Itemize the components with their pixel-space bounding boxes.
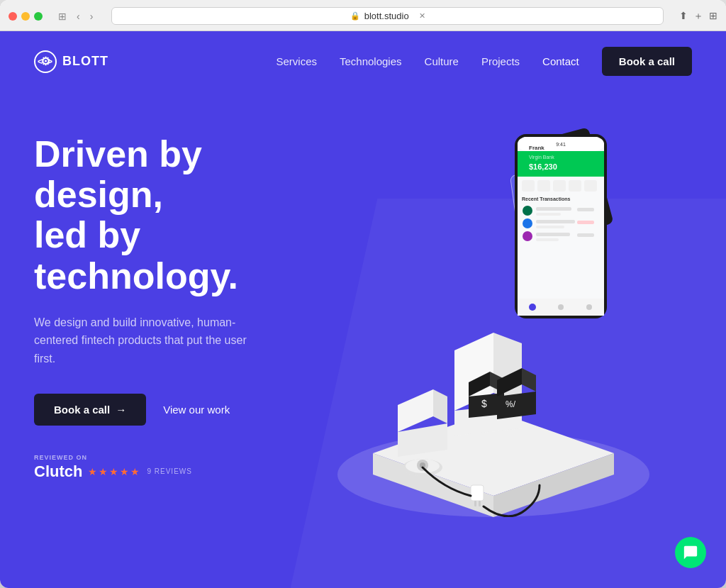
clutch-reviewed-on: REVIEWED ON [34, 454, 323, 461]
logo: ⚙ BLOTT [34, 50, 108, 73]
hero-cta-label: Book a call [54, 404, 110, 416]
logo-symbol: ⚙ [40, 55, 51, 68]
clutch-section: REVIEWED ON Clutch ★ ★ ★ ★ ★ 9 REVIEWS [34, 454, 323, 481]
star-2: ★ [99, 466, 108, 477]
nav-links: Services Technologies Culture Projects C… [276, 47, 692, 76]
maximize-button[interactable] [34, 12, 43, 21]
clutch-stars: ★ ★ ★ ★ ★ [88, 466, 140, 477]
back-button[interactable]: ‹ [74, 9, 83, 23]
star-5: ★ [130, 466, 140, 477]
svg-rect-35 [536, 213, 561, 216]
clutch-name: Clutch [34, 462, 82, 481]
address-bar[interactable]: 🔒 blott.studio ✕ [111, 7, 664, 25]
svg-text:Frank: Frank [529, 145, 544, 151]
hero-section: Driven by design, led by technology. We … [0, 91, 726, 503]
svg-text:Virgin Bank: Virgin Bank [529, 155, 554, 160]
svg-point-37 [523, 218, 532, 228]
svg-rect-61 [471, 485, 484, 501]
svg-text:Recent Transactions: Recent Transactions [522, 196, 571, 201]
arrow-icon: → [116, 404, 126, 416]
svg-rect-38 [536, 220, 575, 223]
svg-marker-4 [398, 389, 433, 432]
nav-culture[interactable]: Culture [425, 55, 459, 67]
chat-bubble-button[interactable] [675, 537, 706, 568]
grid-icon[interactable]: ⊞ [709, 10, 717, 23]
hero-description: We design and build innovative, human-ce… [34, 314, 247, 368]
svg-rect-44 [577, 233, 594, 237]
lock-icon: 🔒 [350, 11, 360, 21]
forward-button[interactable]: › [87, 9, 96, 23]
browser-titlebar: ⊞ ‹ › 🔒 blott.studio ✕ ⬆ ＋ ⊞ [9, 7, 717, 25]
svg-marker-5 [433, 389, 447, 423]
hero-book-call-button[interactable]: Book a call → [34, 394, 146, 426]
sidebar-toggle-button[interactable]: ⊞ [55, 9, 69, 23]
svg-rect-29 [553, 180, 566, 192]
browser-action-buttons: ⬆ ＋ ⊞ [679, 10, 717, 23]
star-4: ★ [120, 466, 129, 477]
hero-title-line1: Driven by design, [34, 133, 202, 215]
browser-chrome: ⊞ ‹ › 🔒 blott.studio ✕ ⬆ ＋ ⊞ [0, 0, 726, 31]
svg-rect-42 [536, 233, 570, 236]
svg-rect-39 [536, 226, 564, 228]
svg-text:$16,230: $16,230 [529, 162, 557, 171]
clutch-reviews-count: 9 REVIEWS [147, 467, 191, 475]
svg-rect-62 [474, 501, 476, 506]
svg-text:9:41: 9:41 [556, 142, 566, 147]
nav-book-call-button[interactable]: Book a call [602, 47, 692, 76]
hero-title-line2: led by technology. [34, 214, 238, 296]
hero-illustration-svg: 9:41 Virgin Bank $16,230 Frank [309, 106, 706, 517]
svg-text:$: $ [481, 398, 487, 409]
minimize-button[interactable] [21, 12, 30, 21]
svg-point-41 [523, 231, 532, 241]
chat-icon [683, 545, 698, 560]
close-button[interactable] [9, 12, 17, 21]
star-3: ★ [109, 466, 118, 477]
svg-point-48 [586, 304, 592, 310]
hero-illustration: 9:41 Virgin Bank $16,230 Frank [323, 106, 692, 503]
hero-view-work-button[interactable]: View our work [163, 404, 230, 416]
hero-title: Driven by design, led by technology. [34, 134, 323, 296]
nav-services[interactable]: Services [276, 55, 317, 67]
logo-text: BLOTT [62, 54, 108, 69]
svg-rect-28 [537, 180, 550, 192]
browser-controls: ⊞ ‹ › [55, 9, 96, 23]
nav-technologies[interactable]: Technologies [340, 55, 402, 67]
nav-projects[interactable]: Projects [481, 55, 520, 67]
browser-window: ⊞ ‹ › 🔒 blott.studio ✕ ⬆ ＋ ⊞ [0, 0, 726, 588]
star-1: ★ [88, 466, 97, 477]
svg-marker-54 [522, 368, 536, 392]
svg-rect-31 [584, 180, 597, 192]
svg-rect-36 [577, 208, 594, 211]
website-content: ⚙ BLOTT Services Technologies Culture Pr… [0, 31, 726, 588]
logo-icon: ⚙ [34, 50, 57, 73]
navbar: ⚙ BLOTT Services Technologies Culture Pr… [0, 31, 726, 91]
svg-text:%/: %/ [506, 399, 516, 409]
hero-buttons: Book a call → View our work [34, 394, 323, 426]
svg-rect-27 [522, 180, 535, 192]
traffic-lights [9, 12, 43, 21]
svg-point-46 [529, 304, 536, 311]
addressbar-row: 🔒 blott.studio ✕ [111, 7, 664, 25]
svg-point-33 [523, 206, 532, 216]
new-tab-icon[interactable]: ＋ [693, 10, 703, 23]
svg-rect-63 [479, 501, 481, 506]
share-icon[interactable]: ⬆ [679, 10, 688, 23]
clutch-row: Clutch ★ ★ ★ ★ ★ 9 REVIEWS [34, 462, 323, 481]
svg-rect-30 [569, 180, 581, 192]
nav-contact[interactable]: Contact [542, 55, 579, 67]
svg-rect-43 [536, 238, 559, 241]
tab-close-icon[interactable]: ✕ [419, 11, 425, 21]
svg-point-47 [558, 304, 564, 310]
svg-rect-40 [577, 221, 594, 224]
hero-content: Driven by design, led by technology. We … [34, 120, 323, 481]
url-text: blott.studio [364, 11, 409, 21]
svg-rect-34 [536, 207, 571, 211]
